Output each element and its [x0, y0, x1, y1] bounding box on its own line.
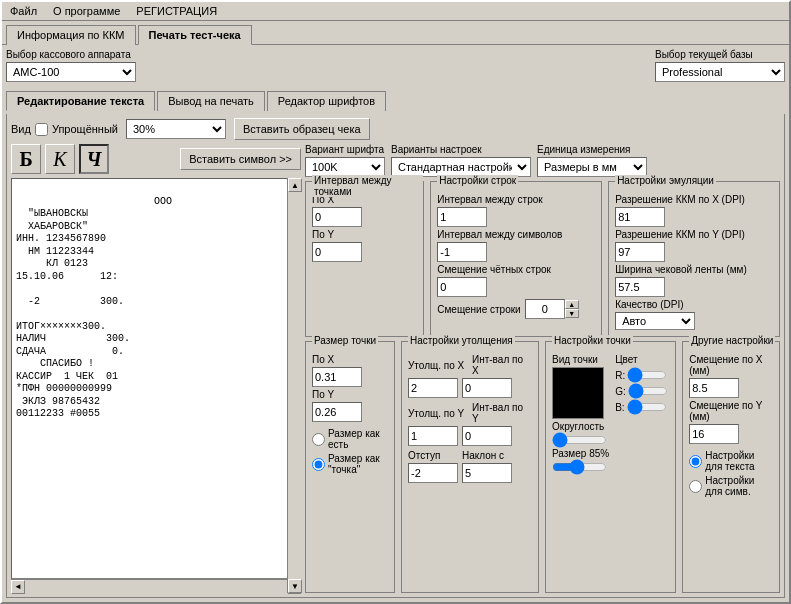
- razmer-tochki-section: Размер точки По X По Y Размер как есть: [305, 341, 395, 593]
- scroll-up[interactable]: ▲: [288, 178, 302, 192]
- razmer-radio1[interactable]: [312, 433, 325, 446]
- razmer-x-input[interactable]: [312, 367, 362, 387]
- razmer-radio1-label[interactable]: Размер как есть: [312, 428, 388, 450]
- b-label: B:: [615, 402, 624, 413]
- kassa-label: Выбор кассового аппарата: [6, 49, 136, 60]
- radio-simv-label[interactable]: Настройки для симв.: [689, 475, 773, 497]
- nastroyki-strok-title: Настройки строк: [437, 175, 518, 186]
- interval-tochki-section: Интервал между точками По X По Y: [305, 181, 424, 337]
- razmer-radio2[interactable]: [312, 458, 325, 471]
- razmer-radio-group: Размер как есть Размер как "точка": [312, 428, 388, 475]
- variant-nastroek-select[interactable]: Стандартная настройка: [391, 157, 531, 177]
- g-slider[interactable]: [628, 385, 668, 397]
- otstup-label: Отступ: [408, 450, 458, 461]
- tab-print2[interactable]: Вывод на печать: [157, 91, 265, 111]
- scroll-down[interactable]: ▼: [288, 579, 302, 593]
- interval-tochki-title: Интервал между точками: [312, 175, 423, 197]
- razmer-tochki-title: Размер точки: [312, 335, 378, 346]
- top-tabs: Информация по ККМ Печать тест-чека: [2, 21, 789, 44]
- interval-simv-input[interactable]: [437, 242, 487, 262]
- bold-italic-button[interactable]: Ч: [79, 144, 109, 174]
- preview-hscrollbar: ◄ ►: [11, 579, 301, 593]
- radio-tekst-label[interactable]: Настройки для текста: [689, 450, 773, 472]
- razmer-y-input[interactable]: [312, 402, 362, 422]
- razmer-radio2-label[interactable]: Размер как "точка": [312, 453, 388, 475]
- razmer-label: Размер 85%: [552, 448, 609, 459]
- nastroyki-emulyatsii-section: Настройки эмуляции Разрешение ККМ по X (…: [608, 181, 780, 337]
- naklon-input[interactable]: [462, 463, 512, 483]
- tab-info[interactable]: Информация по ККМ: [6, 25, 136, 45]
- nastroyki-utolshenia-section: Настройки утолщения Утолщ. по X Инт-вал …: [401, 341, 539, 593]
- edinitsa-select[interactable]: Размеры в мм: [537, 157, 647, 177]
- color-col: Цвет R: G:: [615, 354, 668, 473]
- r-label: R:: [615, 370, 625, 381]
- menu-about[interactable]: О программе: [49, 4, 124, 18]
- interval-strok-input[interactable]: [437, 207, 487, 227]
- razmer-x-label: По X: [312, 354, 388, 365]
- b-slider[interactable]: [627, 401, 667, 413]
- dpi-x-input[interactable]: [615, 207, 665, 227]
- radio-tekst[interactable]: [689, 455, 702, 468]
- kassa-select[interactable]: АМС-100: [6, 62, 136, 82]
- tab-fonts[interactable]: Редактор шрифтов: [267, 91, 386, 111]
- scroll-left[interactable]: ◄: [11, 580, 25, 594]
- smesh-y-input[interactable]: [689, 424, 739, 444]
- smesh-x-input[interactable]: [689, 378, 739, 398]
- radio-simv[interactable]: [689, 480, 702, 493]
- spinner-down[interactable]: ▼: [565, 309, 579, 318]
- tab-print[interactable]: Печать тест-чека: [138, 25, 252, 45]
- scroll-thumb: [288, 192, 301, 579]
- right-panel: Вариант шрифта 100K Варианты настроек Ст…: [305, 144, 780, 593]
- menu-file[interactable]: Файл: [6, 4, 41, 18]
- interval-x-input[interactable]: [312, 207, 362, 227]
- vid-checkbox[interactable]: [35, 123, 48, 136]
- inner-tabs: Редактирование текста Вывод на печать Ре…: [6, 90, 785, 110]
- otstup-input[interactable]: [408, 463, 458, 483]
- okruglost-slider[interactable]: [552, 434, 607, 446]
- int-val-x-input[interactable]: [462, 378, 512, 398]
- base-group: Выбор текущей базы Professional: [655, 49, 785, 82]
- edinitsa-group: Единица измерения Размеры в мм: [537, 144, 647, 177]
- uproschennyj-label: Упрощённый: [52, 123, 118, 135]
- tsvet-label: Цвет: [615, 354, 668, 365]
- top-row: Выбор кассового аппарата АМС-100 Выбор т…: [6, 49, 785, 82]
- razmer-tochki-fields: По X По Y Размер как есть Размер к: [312, 354, 388, 475]
- kassa-group: Выбор кассового аппарата АМС-100: [6, 49, 136, 82]
- variant-shrifta-select[interactable]: 100K: [305, 157, 385, 177]
- preview-text: ООО "ЫВАНОВСКЫ ХАБАРОВСК" ИНН. 123456789…: [16, 196, 172, 420]
- dpi-x-label: Разрешение ККМ по X (DPI): [615, 194, 773, 205]
- tab-edit[interactable]: Редактирование текста: [6, 91, 155, 111]
- btn-insert-symbol[interactable]: Вставить символ >>: [180, 148, 301, 170]
- interval-y-input[interactable]: [312, 242, 362, 262]
- drugie-nastroyki-title: Другие настройки: [689, 335, 775, 346]
- base-select[interactable]: Professional: [655, 62, 785, 82]
- smesh-chet-input[interactable]: [437, 277, 487, 297]
- smesh-stroki-spinner: ▲ ▼: [525, 299, 579, 319]
- smesh-stroki-input[interactable]: [525, 299, 565, 319]
- nastroyki-emulyatsii-fields: Разрешение ККМ по X (DPI) Разрешение ККМ…: [615, 194, 773, 330]
- int-val-y-input[interactable]: [462, 426, 512, 446]
- utolsh-y-input[interactable]: [408, 426, 458, 446]
- lenta-input[interactable]: [615, 277, 665, 297]
- r-slider[interactable]: [627, 369, 667, 381]
- nastroyki-strok-fields: Интервал между строк Интервал между симв…: [437, 194, 595, 319]
- razmer-slider[interactable]: [552, 461, 607, 473]
- drugie-radio-group: Настройки для текста Настройки для симв.: [689, 450, 773, 497]
- menu-reg[interactable]: РЕГИСТРАЦИЯ: [132, 4, 221, 18]
- interval-simv-label: Интервал между символов: [437, 229, 595, 240]
- spinner-up[interactable]: ▲: [565, 300, 579, 309]
- color-swatch: [552, 367, 604, 419]
- italic-button[interactable]: К: [45, 144, 75, 174]
- main-window: Файл О программе РЕГИСТРАЦИЯ Информация …: [0, 0, 791, 604]
- nastroyki-strok-section: Настройки строк Интервал между строк Инт…: [430, 181, 602, 337]
- bold-button[interactable]: Б: [11, 144, 41, 174]
- preview-scrollbar: ▲ ▼: [287, 178, 301, 593]
- font-size-select[interactable]: 30% 50% 75% 100%: [126, 119, 226, 139]
- dpi-y-input[interactable]: [615, 242, 665, 262]
- kachestvo-label: Качество (DPI): [615, 299, 773, 310]
- btn-insert-sample[interactable]: Вставить образец чека: [234, 118, 370, 140]
- utolsh-x-input[interactable]: [408, 378, 458, 398]
- utolshenia-content: Утолщ. по X Инт-вал по X Утолщ. по Y Инт: [408, 354, 532, 483]
- naklon-label: Наклон с: [462, 450, 512, 461]
- kachestvo-select[interactable]: Авто 72 144: [615, 312, 695, 330]
